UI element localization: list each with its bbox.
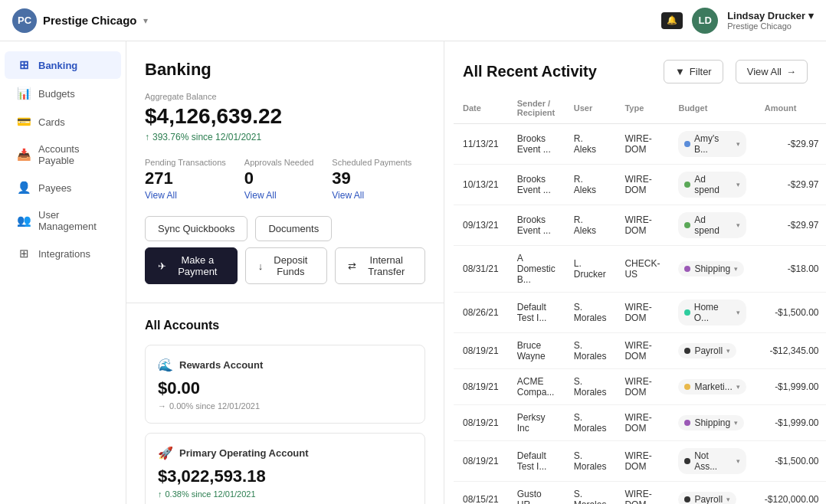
account-change: ↑ 0.38% since 12/01/2021: [158, 489, 412, 499]
account-change: → 0.00% since 12/01/2021: [158, 401, 412, 411]
budget-color-dot: [684, 496, 690, 502]
table-row[interactable]: 11/13/21 Brooks Event ... R. Aleks WIRE-…: [454, 124, 826, 165]
deposit-funds-button[interactable]: ↓ Deposit Funds: [245, 247, 327, 284]
cell-type: WIRE-DOM: [615, 482, 669, 505]
cell-amount: -$1,500.00: [756, 441, 826, 482]
sidebar-label-cards: Cards: [38, 116, 65, 128]
sidebar-label-accounts-payable: Accounts Payable: [38, 143, 109, 166]
cell-date: 08/19/21: [454, 405, 508, 441]
table-row[interactable]: 08/19/21 ACME Compa... S. Morales WIRE-D…: [454, 369, 826, 405]
accounts-payable-icon: 📥: [17, 148, 31, 162]
change-pct: 0.38% since 12/01/2021: [166, 489, 256, 499]
download-icon: ↓: [258, 260, 264, 272]
accounts-list: 🌊 Rewards Account $0.00 → 0.00% since 12…: [145, 345, 425, 504]
budget-label: Payroll: [694, 345, 723, 356]
stat-pending: Pending Transactions 271 View All: [145, 158, 226, 201]
budget-pill[interactable]: Amy's B... ▾: [678, 131, 746, 157]
budget-pill[interactable]: Payroll ▾: [678, 343, 736, 358]
table-row[interactable]: 08/15/21 Gusto HR S. Morales WIRE-DOM Pa…: [454, 482, 826, 505]
cell-budget[interactable]: Ad spend ▾: [669, 165, 755, 205]
make-payment-button[interactable]: ✈ Make a Payment: [145, 247, 238, 284]
filter-button[interactable]: ▼ Filter: [664, 60, 723, 83]
budget-pill[interactable]: Shipping ▾: [678, 261, 744, 277]
approvals-view-all[interactable]: View All: [244, 190, 314, 201]
budget-color-dot: [684, 384, 690, 390]
budget-chevron-icon: ▾: [736, 457, 740, 465]
cell-budget[interactable]: Home O... ▾: [669, 293, 755, 333]
table-row[interactable]: 09/13/21 Brooks Event ... R. Aleks WIRE-…: [454, 205, 826, 246]
sync-quickbooks-button[interactable]: Sync Quickbooks: [145, 216, 247, 241]
sidebar-item-budgets[interactable]: 📊 Budgets: [5, 80, 121, 107]
col-header-date: Date: [454, 93, 508, 124]
table-row[interactable]: 08/19/21 Bruce Wayne S. Morales WIRE-DOM…: [454, 333, 826, 369]
sidebar-item-cards[interactable]: 💳 Cards: [5, 108, 121, 136]
cell-budget[interactable]: Marketi... ▾: [669, 369, 755, 405]
cell-sender: Perksy Inc: [508, 405, 565, 441]
sidebar-label-payees: Payees: [38, 182, 71, 194]
sidebar-item-payees[interactable]: 👤 Payees: [5, 174, 121, 201]
sidebar-item-integrations[interactable]: ⊞ Integrations: [5, 240, 121, 267]
notifications-button[interactable]: 🔔: [661, 12, 683, 29]
budget-pill[interactable]: Home O... ▾: [678, 299, 746, 326]
table-row[interactable]: 10/13/21 Brooks Event ... R. Aleks WIRE-…: [454, 165, 826, 205]
account-icon: 🚀: [158, 446, 173, 460]
balance-amount: $4,126,639.22: [145, 104, 425, 129]
cell-budget[interactable]: Not Ass... ▾: [669, 441, 755, 482]
budget-pill[interactable]: Ad spend ▾: [678, 172, 746, 198]
col-header-sender: Sender / Recipient: [508, 93, 565, 124]
documents-button[interactable]: Documents: [255, 216, 332, 241]
sidebar-item-banking[interactable]: ⊞ Banking: [5, 51, 121, 79]
col-header-type: Type: [615, 93, 669, 124]
cell-sender: Brooks Event ...: [508, 124, 565, 165]
view-all-button[interactable]: View All →: [736, 60, 808, 83]
activity-table-container: Date Sender / Recipient User Type Budget…: [444, 93, 826, 504]
cell-sender: Default Test I...: [508, 441, 565, 482]
arrow-right-icon: →: [786, 66, 796, 77]
cell-type: CHECK-US: [615, 246, 669, 293]
cell-amount: -$120,000.00: [756, 482, 826, 505]
budget-chevron-icon: ▾: [736, 383, 740, 391]
budget-pill[interactable]: Marketi... ▾: [678, 379, 746, 394]
activity-table: Date Sender / Recipient User Type Budget…: [454, 93, 826, 504]
table-row[interactable]: 08/31/21 A Domestic B... L. Drucker CHEC…: [454, 246, 826, 293]
table-row[interactable]: 08/19/21 Perksy Inc S. Morales WIRE-DOM …: [454, 405, 826, 441]
cell-user: S. Morales: [565, 293, 616, 333]
table-row[interactable]: 08/26/21 Default Test I... S. Morales WI…: [454, 293, 826, 333]
budget-pill[interactable]: Ad spend ▾: [678, 212, 746, 238]
top-nav: PC Prestige Chicago ▾ 🔔 LD Lindsay Druck…: [0, 0, 826, 41]
banking-icon: ⊞: [17, 58, 31, 72]
left-panel: Banking Aggregate Balance $4,126,639.22 …: [126, 41, 444, 504]
pending-view-all[interactable]: View All: [145, 190, 226, 201]
cell-type: WIRE-DOM: [615, 405, 669, 441]
stat-approvals: Approvals Needed 0 View All: [244, 158, 314, 201]
col-header-amount: Amount: [756, 93, 826, 124]
scheduled-label: Scheduled Payments: [332, 158, 411, 167]
sidebar-item-accounts-payable[interactable]: 📥 Accounts Payable: [5, 136, 121, 173]
budget-chevron-icon: ▾: [736, 140, 740, 148]
user-org: Prestige Chicago: [727, 21, 814, 31]
brand-chevron-icon[interactable]: ▾: [143, 15, 148, 26]
budget-label: Shipping: [694, 263, 730, 274]
cell-budget[interactable]: Shipping ▾: [669, 405, 755, 441]
budget-color-dot: [684, 141, 690, 147]
cell-amount: -$12,345.00: [756, 333, 826, 369]
brand-section: PC Prestige Chicago ▾: [12, 8, 148, 33]
cell-date: 08/19/21: [454, 333, 508, 369]
up-arrow-icon: ↑: [145, 132, 149, 142]
cell-budget[interactable]: Shipping ▾: [669, 246, 755, 293]
budget-pill[interactable]: Payroll ▾: [678, 492, 736, 504]
budget-pill[interactable]: Not Ass... ▾: [678, 448, 746, 474]
sidebar-item-user-management[interactable]: 👥 User Management: [5, 202, 121, 239]
cell-budget[interactable]: Amy's B... ▾: [669, 124, 755, 165]
stats-row: Pending Transactions 271 View All Approv…: [145, 158, 425, 201]
budget-pill[interactable]: Shipping ▾: [678, 415, 744, 430]
internal-transfer-button[interactable]: ⇄ Internal Transfer: [335, 247, 425, 284]
cell-budget[interactable]: Ad spend ▾: [669, 205, 755, 246]
user-chevron-icon[interactable]: ▾: [808, 10, 814, 21]
user-avatar[interactable]: LD: [692, 8, 718, 34]
scheduled-view-all[interactable]: View All: [332, 190, 411, 201]
cell-budget[interactable]: Payroll ▾: [669, 333, 755, 369]
balance-change: ↑ 393.76% since 12/01/2021: [145, 132, 425, 142]
table-row[interactable]: 08/19/21 Default Test I... S. Morales WI…: [454, 441, 826, 482]
cell-budget[interactable]: Payroll ▾: [669, 482, 755, 505]
